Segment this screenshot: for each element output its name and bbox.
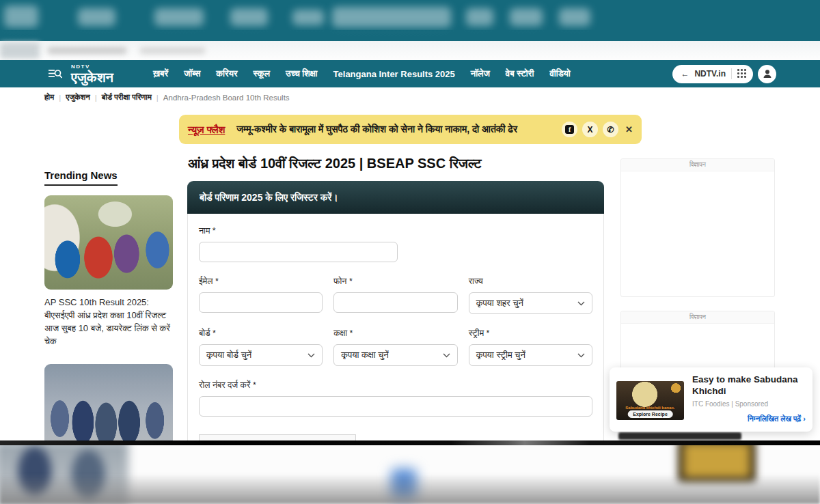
chevron-down-icon [443,353,450,358]
breadcrumb-home[interactable]: होम [44,93,54,102]
nav-item-knowledge[interactable]: नॉलेज [471,68,490,79]
sponsored-card-image[interactable]: Sabudana khichdi banao. Explore Recipe [616,381,684,420]
blurred-pill [332,7,451,27]
email-field[interactable] [199,292,323,313]
name-input[interactable] [199,242,398,262]
sponsored-card-source: ITC Foodies | Sponsored [692,400,806,408]
ndtv-in-link[interactable]: ← NDTV.in [672,65,753,83]
nav-item-higher-education[interactable]: उच्च शिक्षा [286,68,317,79]
facebook-icon[interactable]: f [562,122,577,137]
main-nav: ख़बरें जॉब्स करियर स्कूल उच्च शिक्षा Tel… [153,68,571,79]
blurred-ad-image [683,445,750,478]
news-flash-headline[interactable]: जम्मू-कश्मीर के बारामूला में घुसपैठ की क… [236,124,517,135]
nav-item-jobs[interactable]: जॉब्स [184,68,200,79]
news-flash-label[interactable]: न्यूज़ फ्लैश [188,124,225,136]
form-body: नाम * ईमेल * फोन * राज्य कृपया शहर चुनें [187,214,604,443]
nav-item-web-story[interactable]: वेब स्टोरी [506,68,534,79]
sponsored-card-cta-link[interactable]: निम्नलिखित लेख पढ़ें › [692,415,806,423]
chevron-down-icon [577,301,585,306]
pill-divider [731,68,732,79]
state-label: राज्य [469,277,592,287]
logo-education-text: एजुकेशन [71,70,113,84]
ndtv-education-logo[interactable]: NDTV एजुकेशन [71,64,113,84]
registration-form-card: बोर्ड परिणाम 2025 के लिए रजिस्टर करें। न… [187,181,604,443]
email-field-group: ईमेल * [199,277,323,314]
stream-select[interactable]: कृपया स्ट्रीम चुनें [469,344,592,366]
phone-field[interactable] [333,292,457,313]
board-select-value: कृपया बोर्ड चुनें [206,350,251,361]
ndtv-in-label: NDTV.in [694,69,726,79]
blurred-blob [140,47,205,54]
header-right-group: ← NDTV.in [672,65,776,83]
share-icons: f X ✆ [562,122,618,137]
board-field-group: बोर्ड * कृपया बोर्ड चुनें [199,328,323,366]
trending-news-caption-1[interactable]: AP SSC 10th Result 2025: बीएसईएपी आंध्र … [44,296,173,348]
menu-search-icon[interactable] [48,67,63,81]
nav-item-news[interactable]: ख़बरें [153,68,168,79]
page-title: आंध्र प्रदेश बोर्ड 10वीं रिजल्ट 2025 | B… [188,156,606,171]
sponsored-card-text: Easy to make Sabudana Khichdi ITC Foodie… [692,374,806,425]
board-class-stream-row: बोर्ड * कृपया बोर्ड चुनें कक्षा * कृपया … [199,328,592,366]
breadcrumb-separator: | [59,94,61,102]
phone-label: फोन * [333,277,457,287]
chevron-down-icon [577,353,585,358]
news-flash-banner: न्यूज़ फ्लैश जम्मू-कश्मीर के बारामूला मे… [179,115,642,144]
blurred-button-remnant [618,432,741,440]
board-select[interactable]: कृपया बोर्ड चुनें [199,344,323,366]
breadcrumb-separator: | [156,94,159,102]
email-label: ईमेल * [199,277,323,287]
stream-field-group: स्ट्रीम * कृपया स्ट्रीम चुनें [469,328,592,366]
nav-item-school[interactable]: स्कूल [254,68,271,79]
breadcrumb-board-results[interactable]: बोर्ड परीक्षा परिणाम [102,93,152,102]
blurred-pill [154,8,204,26]
contact-row: ईमेल * फोन * राज्य कृपया शहर चुनें [199,277,592,314]
blurred-pill [230,8,268,26]
window-bottom-edge [0,440,820,445]
trending-news-sidebar: Trending News AP SSC 10th Result 2025: ब… [44,169,173,458]
class-label: कक्षा * [333,328,457,339]
roll-number-field-group: रोल नंबर दर्ज करें * [199,380,592,417]
logo-ndtv-text: NDTV [71,64,113,70]
form-header: बोर्ड परिणाम 2025 के लिए रजिस्टर करें। [187,181,604,214]
trending-news-heading: Trending News [44,169,118,186]
nav-item-career[interactable]: करियर [216,68,237,79]
state-select[interactable]: कृपया शहर चुनें [469,292,592,314]
class-field-group: कक्षा * कृपया कक्षा चुनें [333,328,457,366]
blurred-pill [466,8,493,26]
blurred-pill [559,8,590,26]
site-header: NDTV एजुकेशन ख़बरें जॉब्स करियर स्कूल उच… [0,60,820,87]
board-label: बोर्ड * [199,328,323,339]
blurred-blob [0,42,40,59]
explore-recipe-button[interactable]: Explore Recipe [627,410,673,418]
stream-select-value: कृपया स्ट्रीम चुनें [476,350,525,361]
breadcrumb: होम | एजुकेशन | बोर्ड परीक्षा परिणाम | A… [44,93,290,102]
roll-number-label: रोल नंबर दर्ज करें * [199,380,592,391]
back-arrow-icon: ← [681,69,689,79]
phone-field-group: फोन * [333,277,457,314]
roll-number-input[interactable] [199,396,592,417]
stream-label: स्ट्रीम * [469,328,592,339]
breadcrumb-separator: | [95,94,97,102]
breadcrumb-education[interactable]: एजुकेशन [66,93,90,102]
x-twitter-icon[interactable]: X [582,122,598,137]
chevron-down-icon [308,353,315,358]
name-label: नाम * [199,226,592,236]
top-teal-fade [0,30,820,41]
ad-label: विज्ञापन [621,311,774,324]
sponsored-card-title[interactable]: Easy to make Sabudana Khichdi [692,374,806,397]
class-select[interactable]: कृपया कक्षा चुनें [333,344,457,366]
apps-grid-icon[interactable] [737,69,747,79]
state-select-value: कृपया शहर चुनें [476,298,523,309]
trending-news-image-1[interactable] [44,195,173,290]
nav-item-video[interactable]: वीडियो [549,68,570,79]
ad-label: विज्ञापन [621,159,774,171]
blurred-blob [48,47,126,54]
user-avatar-icon[interactable] [758,65,776,83]
whatsapp-icon[interactable]: ✆ [603,122,618,137]
sponsored-card[interactable]: Sabudana khichdi banao. Explore Recipe E… [610,367,812,432]
blurred-pill [292,10,324,25]
close-icon[interactable]: ✕ [625,124,633,135]
name-field-group: नाम * [199,226,592,262]
nav-item-telangana-results[interactable]: Telangana Inter Results 2025 [333,69,455,79]
class-select-value: कृपया कक्षा चुनें [341,350,388,361]
